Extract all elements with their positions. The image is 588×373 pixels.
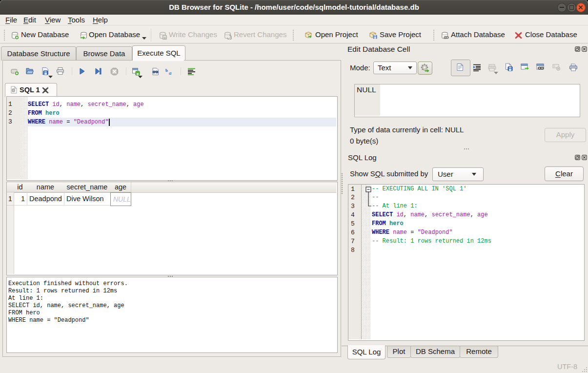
svg-text:b: b [165,68,168,73]
svg-text:a: a [169,70,172,76]
